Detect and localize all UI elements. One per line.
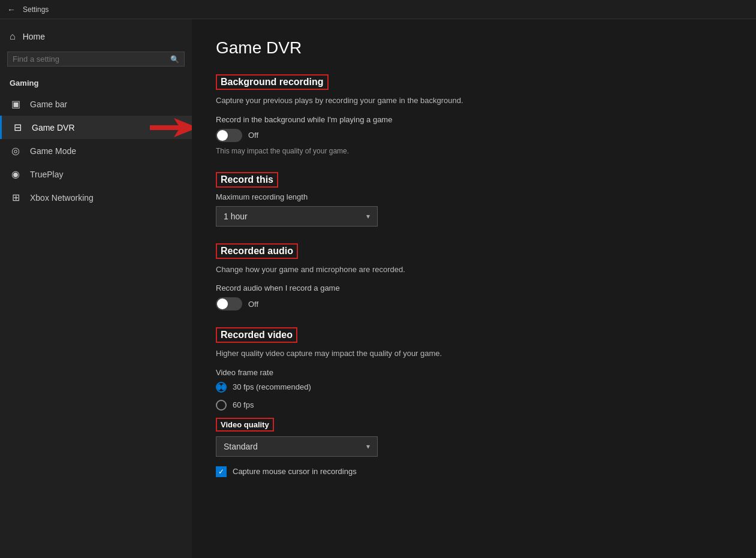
sidebar-item-game-bar[interactable]: ▣ Game bar [0, 92, 192, 116]
page-title: Game DVR [216, 38, 732, 58]
game-dvr-icon: ⊟ [11, 122, 23, 133]
sidebar-item-label-game-dvr: Game DVR [32, 123, 75, 132]
audio-toggle-row: Off [216, 297, 732, 310]
app-body: ⌂ Home 🔍 Gaming ▣ Game bar ⊟ Game DVR ◎ … [0, 19, 756, 558]
audio-toggle-label: Record audio when I record a game [216, 283, 732, 292]
recorded-video-heading: Recorded video [216, 327, 297, 343]
background-toggle-label: Record in the background while I'm playi… [216, 115, 732, 124]
game-mode-icon: ◎ [10, 145, 22, 156]
recorded-audio-desc: Change how your game and microphone are … [216, 264, 732, 276]
sidebar-section-title: Gaming [0, 74, 192, 92]
background-toggle[interactable] [216, 129, 242, 142]
recording-length-dropdown[interactable]: 1 hour ▾ [216, 206, 378, 227]
title-bar-title: Settings [23, 5, 49, 14]
background-toggle-row: Off [216, 129, 732, 142]
radio-30fps[interactable]: 30 fps (recommended) [216, 382, 732, 393]
sidebar-item-label-trueplay: TruePlay [30, 170, 64, 179]
section-recorded-audio: Recorded audio Change how your game and … [216, 243, 732, 311]
radio-circle-30fps [216, 382, 227, 393]
game-bar-icon: ▣ [10, 98, 22, 110]
capture-mouse-label: Capture mouse cursor in recordings [233, 467, 357, 476]
svg-rect-1 [150, 125, 180, 130]
search-box: 🔍 [7, 52, 185, 67]
video-quality-dropdown-arrow-icon: ▾ [366, 442, 370, 451]
content-area: Game DVR Background recording Capture yo… [192, 19, 756, 558]
background-recording-desc: Capture your previous plays by recording… [216, 95, 732, 107]
recorded-video-desc: Higher quality video capture may impact … [216, 348, 732, 360]
video-quality-dropdown[interactable]: Standard ▾ [216, 436, 378, 457]
trueplay-icon: ◉ [10, 168, 22, 180]
section-background-recording: Background recording Capture your previo… [216, 74, 732, 155]
video-quality-heading: Video quality [216, 418, 274, 432]
capture-mouse-checkbox[interactable]: ✓ [216, 466, 227, 477]
sidebar-item-label-xbox-networking: Xbox Networking [30, 193, 94, 203]
sidebar: ⌂ Home 🔍 Gaming ▣ Game bar ⊟ Game DVR ◎ … [0, 19, 192, 558]
back-button[interactable]: ← [7, 5, 16, 14]
search-input[interactable] [13, 55, 170, 64]
dropdown-arrow-icon: ▾ [366, 212, 370, 221]
video-quality-value: Standard [224, 442, 258, 451]
sidebar-item-trueplay[interactable]: ◉ TruePlay [0, 162, 192, 186]
background-toggle-state: Off [248, 131, 258, 140]
sidebar-item-game-dvr[interactable]: ⊟ Game DVR [0, 116, 192, 139]
search-icon: 🔍 [170, 55, 179, 64]
audio-toggle[interactable] [216, 297, 242, 310]
section-record-this: Record this Maximum recording length 1 h… [216, 172, 732, 227]
checkmark-icon: ✓ [218, 467, 224, 476]
red-arrow-annotation [150, 117, 192, 138]
sidebar-home-label: Home [23, 32, 45, 41]
audio-toggle-state: Off [248, 300, 258, 309]
record-this-heading: Record this [216, 172, 278, 188]
sidebar-item-label-game-bar: Game bar [30, 99, 67, 109]
radio-label-30fps: 30 fps (recommended) [233, 382, 311, 391]
radio-circle-60fps [216, 400, 227, 411]
recorded-audio-heading: Recorded audio [216, 243, 298, 259]
background-recording-heading: Background recording [216, 74, 329, 90]
capture-mouse-row[interactable]: ✓ Capture mouse cursor in recordings [216, 466, 732, 477]
xbox-networking-icon: ⊞ [10, 192, 22, 203]
radio-label-60fps: 60 fps [233, 400, 254, 409]
sidebar-item-xbox-networking[interactable]: ⊞ Xbox Networking [0, 186, 192, 209]
dropdown-value: 1 hour [224, 212, 248, 221]
sidebar-item-game-mode[interactable]: ◎ Game Mode [0, 139, 192, 162]
frame-rate-group: 30 fps (recommended) 60 fps [216, 382, 732, 411]
max-recording-label: Maximum recording length [216, 192, 732, 201]
radio-60fps[interactable]: 60 fps [216, 400, 732, 411]
section-recorded-video: Recorded video Higher quality video capt… [216, 327, 732, 477]
sidebar-item-home[interactable]: ⌂ Home [0, 24, 192, 49]
sidebar-item-label-game-mode: Game Mode [30, 146, 76, 156]
title-bar: ← Settings [0, 0, 756, 19]
home-icon: ⌂ [10, 31, 16, 42]
frame-rate-label: Video frame rate [216, 368, 732, 377]
background-hint: This may impact the quality of your game… [216, 147, 732, 155]
